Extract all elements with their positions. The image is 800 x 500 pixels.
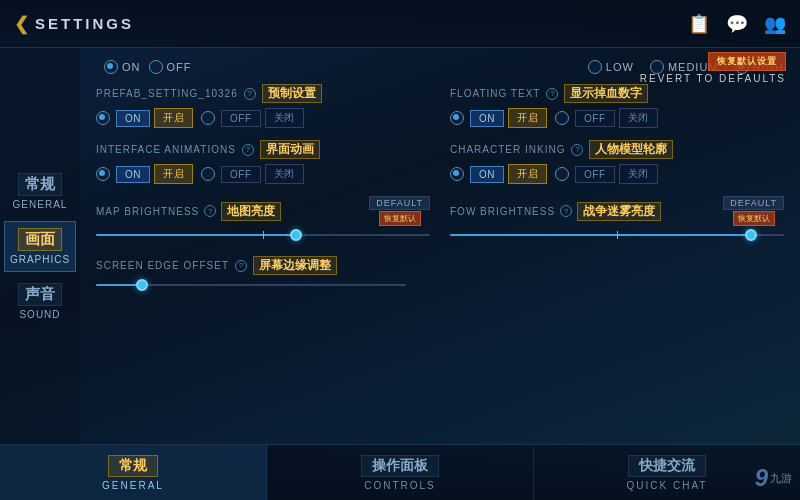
inking-off-radio[interactable] — [555, 167, 569, 181]
chat-icon[interactable]: 💬 — [726, 13, 748, 35]
map-brightness-chinese: 地图亮度 — [221, 202, 281, 221]
anim-off-cn-btn[interactable]: 关闭 — [265, 164, 304, 184]
map-slider-container[interactable] — [96, 230, 430, 240]
setting-anim-header: INTERFACE ANIMATIONS ? 界面动画 — [96, 140, 430, 159]
anim-off-radio[interactable] — [201, 167, 215, 181]
anim-on-cn-btn[interactable]: 开启 — [154, 164, 193, 184]
header: ❮ SETTINGS 📋 💬 👥 — [0, 0, 800, 48]
revert-label: REVERT TO DEFAULTS — [640, 73, 786, 84]
sidebar-item-general[interactable]: 常规 GENERAL — [4, 166, 76, 217]
fow-revert-btn[interactable]: 恢复默认 — [733, 211, 775, 226]
setting-prefab: PREFAB_SETTING_10326 ? 预制设置 ON 开启 OFF 关闭 — [96, 84, 430, 128]
settings-grid-row2: INTERFACE ANIMATIONS ? 界面动画 ON 开启 OFF 关闭… — [96, 140, 784, 196]
back-arrow-icon: ❮ — [14, 13, 29, 35]
setting-inking-chinese: 人物模型轮廓 — [589, 140, 673, 159]
floating-on-cn-btn[interactable]: 开启 — [508, 108, 547, 128]
sidebar-item-sound[interactable]: 声音 SOUND — [4, 276, 76, 327]
setting-floating-key: FLOATING TEXT — [450, 88, 540, 99]
watermark-text: 九游 — [770, 471, 792, 486]
bottom-controls-english: CONTROLS — [364, 480, 436, 491]
anim-toggle-row: ON 开启 OFF 关闭 — [96, 164, 430, 184]
friends-icon[interactable]: 👥 — [764, 13, 786, 35]
sidebar-sound-chinese: 声音 — [18, 283, 62, 306]
floating-toggle-row: ON 开启 OFF 关闭 — [450, 108, 784, 128]
prefab-on-cn-btn[interactable]: 开启 — [154, 108, 193, 128]
bottom-nav-general[interactable]: 常规 GENERAL — [0, 445, 267, 500]
bottom-nav-controls[interactable]: 操作面板 CONTROLS — [267, 445, 534, 500]
prefab-on-btn[interactable]: ON — [116, 110, 150, 127]
prefab-off-cn-btn[interactable]: 关闭 — [265, 108, 304, 128]
fow-slider-thumb[interactable] — [745, 229, 757, 241]
sidebar: 常规 GENERAL 画面 GRAPHICS 声音 SOUND — [0, 48, 80, 444]
map-slider-center-line — [263, 231, 264, 239]
floating-on-radio[interactable] — [450, 111, 464, 125]
floating-on-btn[interactable]: ON — [470, 110, 504, 127]
screen-edge-header: SCREEN EDGE OFFSET ? 屏幕边缘调整 — [96, 256, 784, 275]
prefab-on-radio[interactable] — [96, 111, 110, 125]
screen-edge-info-icon[interactable]: ? — [235, 260, 247, 272]
setting-prefab-key: PREFAB_SETTING_10326 — [96, 88, 238, 99]
fow-brightness-label-group: FOW BRIGHTNESS ? 战争迷雾亮度 — [450, 202, 661, 221]
sidebar-sound-english: SOUND — [9, 309, 71, 320]
slider-map-brightness: MAP BRIGHTNESS ? 地图亮度 DEFAULT 恢复默认 — [96, 196, 430, 240]
floating-off-btn[interactable]: OFF — [575, 110, 615, 127]
setting-char-inking: CHARACTER INKING ? 人物模型轮廓 ON 开启 OFF 关闭 — [450, 140, 784, 184]
inking-on-btn[interactable]: ON — [470, 166, 504, 183]
settings-grid-row1: PREFAB_SETTING_10326 ? 预制设置 ON 开启 OFF 关闭… — [96, 84, 784, 140]
radio-off-circle — [149, 60, 163, 74]
radio-on-circle — [104, 60, 118, 74]
sidebar-item-graphics[interactable]: 画面 GRAPHICS — [4, 221, 76, 272]
anim-on-radio[interactable] — [96, 167, 110, 181]
fow-brightness-chinese: 战争迷雾亮度 — [577, 202, 661, 221]
floating-info-icon[interactable]: ? — [546, 88, 558, 100]
back-button[interactable]: ❮ SETTINGS — [14, 13, 134, 35]
header-icons: 📋 💬 👥 — [688, 13, 786, 35]
sidebar-graphics-english: GRAPHICS — [9, 254, 71, 265]
setting-anim-chinese: 界面动画 — [260, 140, 320, 159]
radio-on[interactable]: ON — [104, 60, 141, 74]
map-revert-btn[interactable]: 恢复默认 — [379, 211, 421, 226]
inking-on-radio[interactable] — [450, 167, 464, 181]
fow-default-btn: DEFAULT 恢复默认 — [723, 196, 784, 226]
prefab-off-radio[interactable] — [201, 111, 215, 125]
radio-off-label: OFF — [167, 61, 192, 73]
anim-on-btn[interactable]: ON — [116, 166, 150, 183]
anim-off-btn[interactable]: OFF — [221, 166, 261, 183]
revert-container: 恢复默认设置 REVERT TO DEFAULTS — [640, 52, 786, 84]
map-brightness-info-icon[interactable]: ? — [204, 205, 216, 217]
radio-low[interactable]: LOW — [588, 60, 634, 74]
setting-prefab-header: PREFAB_SETTING_10326 ? 预制设置 — [96, 84, 430, 103]
bottom-general-chinese: 常规 — [108, 455, 158, 477]
floating-off-cn-btn[interactable]: 关闭 — [619, 108, 658, 128]
fow-slider-container[interactable] — [450, 230, 784, 240]
radio-off[interactable]: OFF — [149, 60, 192, 74]
slider-fow-brightness: FOW BRIGHTNESS ? 战争迷雾亮度 DEFAULT 恢复默认 — [450, 196, 784, 240]
sliders-row: MAP BRIGHTNESS ? 地图亮度 DEFAULT 恢复默认 — [96, 196, 784, 250]
inking-off-btn[interactable]: OFF — [575, 166, 615, 183]
prefab-off-btn[interactable]: OFF — [221, 110, 261, 127]
map-slider-thumb[interactable] — [290, 229, 302, 241]
screen-edge-block: SCREEN EDGE OFFSET ? 屏幕边缘调整 — [96, 256, 784, 290]
map-brightness-header: MAP BRIGHTNESS ? 地图亮度 DEFAULT 恢复默认 — [96, 196, 430, 226]
on-off-group: ON OFF — [104, 60, 192, 74]
screen-edge-slider-track — [96, 284, 406, 286]
screen-edge-slider-thumb[interactable] — [136, 279, 148, 291]
inking-off-cn-btn[interactable]: 关闭 — [619, 164, 658, 184]
inking-on-cn-btn[interactable]: 开启 — [508, 164, 547, 184]
map-default-label: DEFAULT — [369, 196, 430, 210]
anim-info-icon[interactable]: ? — [242, 144, 254, 156]
clipboard-icon[interactable]: 📋 — [688, 13, 710, 35]
setting-prefab-chinese: 预制设置 — [262, 84, 322, 103]
setting-floating-text: FLOATING TEXT ? 显示掉血数字 ON 开启 OFF 关闭 — [450, 84, 784, 128]
map-brightness-label-group: MAP BRIGHTNESS ? 地图亮度 — [96, 202, 281, 221]
fow-brightness-info-icon[interactable]: ? — [560, 205, 572, 217]
inking-info-icon[interactable]: ? — [571, 144, 583, 156]
map-slider-track — [96, 234, 430, 236]
floating-off-radio[interactable] — [555, 111, 569, 125]
screen-edge-slider-container[interactable] — [96, 280, 406, 290]
fow-slider-center-line — [617, 231, 618, 239]
revert-btn[interactable]: 恢复默认设置 — [708, 52, 786, 71]
sidebar-general-english: GENERAL — [9, 199, 71, 210]
page-title: SETTINGS — [35, 15, 134, 32]
prefab-info-icon[interactable]: ? — [244, 88, 256, 100]
